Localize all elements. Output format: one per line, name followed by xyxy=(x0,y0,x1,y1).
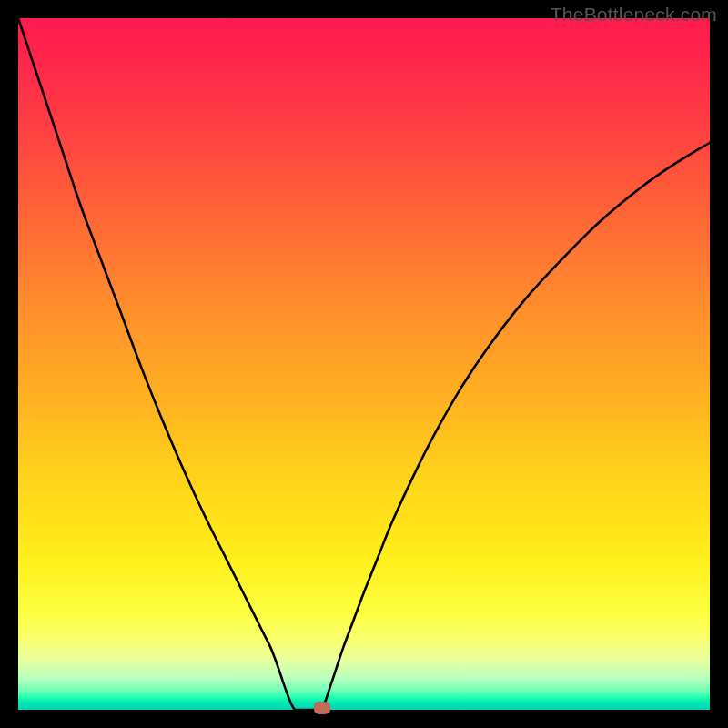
optimal-point-marker xyxy=(314,702,330,714)
watermark-label: TheBottleneck.com xyxy=(551,4,717,25)
chart-plot-area xyxy=(18,18,710,710)
